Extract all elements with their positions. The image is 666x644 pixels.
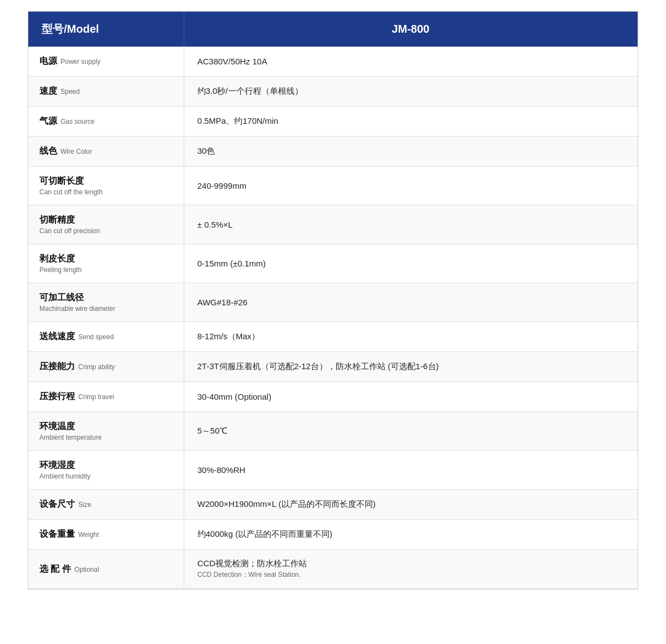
value-cell-wire-color: 30色 <box>184 137 638 167</box>
value-cell-power-supply: AC380V/50Hz 10A <box>184 47 638 77</box>
model-label-text: 型号/Model <box>42 23 99 35</box>
label-en-send-speed: Send speed <box>78 333 114 341</box>
value-cell-crimp-ability: 2T-3T伺服压着机（可选配2-12台），防水栓工作站 (可选配1-6台) <box>184 352 638 382</box>
label-cell-device-size: 设备尺寸Size <box>28 490 184 520</box>
label-en-peeling-length: Peeling length <box>39 266 173 274</box>
table-header: 型号/Model JM-800 <box>28 12 638 47</box>
value-cell-speed: 约3.0秒/一个行程（单根线） <box>184 77 638 107</box>
label-en-wire-diameter: Machinable wire diameter <box>39 305 173 313</box>
label-zh-cut-length: 可切断长度 <box>39 176 84 185</box>
value-cell-optional-parts: CCD视觉检测；防水栓工作站CCD Detection；Wire seal St… <box>184 550 638 589</box>
value-cell-wire-diameter: AWG#18-#26 <box>184 283 638 322</box>
label-en-device-size: Size <box>78 501 91 509</box>
value-cell-ambient-humidity: 30%-80%RH <box>184 451 638 490</box>
label-en-gas-source: Gas source <box>60 118 94 125</box>
table-row-ambient-humidity: 环境湿度Ambient humidity30%-80%RH <box>28 451 638 490</box>
label-zh-crimp-travel: 压接行程 <box>39 391 75 401</box>
label-zh-ambient-temp: 环境温度 <box>39 421 75 431</box>
value-cell-device-size: W2000×H1900mm×L (以产品的不同而长度不同) <box>184 490 638 520</box>
label-cell-wire-color: 线色Wire Color <box>28 137 184 167</box>
table-row-cut-precision: 切断精度Can cut off precision± 0.5%×L <box>28 205 638 244</box>
value-cell-ambient-temp: 5～50℃ <box>184 412 638 451</box>
label-cell-cut-length: 可切断长度Can cut off the length <box>28 167 184 205</box>
label-zh-optional-parts: 选 配 件 <box>39 564 71 573</box>
label-cell-gas-source: 气源Gas source <box>28 107 184 137</box>
label-zh-peeling-length: 剥皮长度 <box>39 254 75 263</box>
label-cell-wire-diameter: 可加工线径Machinable wire diameter <box>28 283 184 322</box>
value-cell-cut-precision: ± 0.5%×L <box>184 205 638 244</box>
value-cell-peeling-length: 0-15mm (±0.1mm) <box>184 244 638 283</box>
label-cell-device-weight: 设备重量Weight <box>28 520 184 550</box>
label-en-crimp-travel: Crimp travel <box>78 393 114 401</box>
label-en-speed: Speed <box>60 88 80 95</box>
table-row-send-speed: 送线速度Send speed8-12m/s（Max） <box>28 322 638 352</box>
label-cell-crimp-ability: 压接能力Crimp ability <box>28 352 184 382</box>
spec-table: 型号/Model JM-800 电源Power supplyAC380V/50H… <box>28 11 638 590</box>
label-zh-power-supply: 电源 <box>39 56 57 66</box>
model-value-text: JM-800 <box>392 23 430 35</box>
label-en-power-supply: Power supply <box>60 58 100 66</box>
label-en-ambient-temp: Ambient temperature <box>39 434 173 441</box>
table-row-crimp-ability: 压接能力Crimp ability2T-3T伺服压着机（可选配2-12台），防水… <box>28 352 638 382</box>
table-row-device-weight: 设备重量Weight约4000kg (以产品的不同而重量不同) <box>28 520 638 550</box>
label-zh-ambient-humidity: 环境湿度 <box>39 460 75 470</box>
table-row-wire-diameter: 可加工线径Machinable wire diameterAWG#18-#26 <box>28 283 638 322</box>
value-cell-gas-source: 0.5MPa、约170N/min <box>184 107 638 137</box>
value-cell-crimp-travel: 30-40mm (Optional) <box>184 382 638 412</box>
table-row-crimp-travel: 压接行程Crimp travel30-40mm (Optional) <box>28 382 638 412</box>
table-row-cut-length: 可切断长度Can cut off the length240-9999mm <box>28 167 638 205</box>
label-zh-wire-diameter: 可加工线径 <box>39 293 84 302</box>
label-en-optional-parts: Optional <box>74 566 99 573</box>
label-cell-peeling-length: 剥皮长度Peeling length <box>28 244 184 283</box>
label-cell-ambient-temp: 环境温度Ambient temperature <box>28 412 184 451</box>
label-en-crimp-ability: Crimp ability <box>78 363 115 371</box>
value-cell-device-weight: 约4000kg (以产品的不同而重量不同) <box>184 520 638 550</box>
table-row-device-size: 设备尺寸SizeW2000×H1900mm×L (以产品的不同而长度不同) <box>28 490 638 520</box>
table-row-gas-source: 气源Gas source0.5MPa、约170N/min <box>28 107 638 137</box>
value-cell-send-speed: 8-12m/s（Max） <box>184 322 638 352</box>
label-cell-crimp-travel: 压接行程Crimp travel <box>28 382 184 412</box>
table-row-optional-parts: 选 配 件OptionalCCD视觉检测；防水栓工作站CCD Detection… <box>28 550 638 589</box>
label-en-ambient-humidity: Ambient humidity <box>39 472 173 480</box>
label-en-cut-length: Can cut off the length <box>39 188 173 196</box>
label-zh-send-speed: 送线速度 <box>39 331 75 341</box>
table-row-power-supply: 电源Power supplyAC380V/50Hz 10A <box>28 47 638 77</box>
value-sub-optional-parts: CCD Detection；Wire seal Station. <box>198 570 625 580</box>
label-cell-cut-precision: 切断精度Can cut off precision <box>28 205 184 244</box>
label-cell-power-supply: 电源Power supply <box>28 47 184 77</box>
table-row-wire-color: 线色Wire Color30色 <box>28 137 638 167</box>
label-cell-optional-parts: 选 配 件Optional <box>28 550 184 589</box>
table-row-ambient-temp: 环境温度Ambient temperature5～50℃ <box>28 412 638 451</box>
label-zh-device-weight: 设备重量 <box>39 529 75 539</box>
label-en-cut-precision: Can cut off precision <box>39 227 173 235</box>
label-zh-speed: 速度 <box>39 86 57 95</box>
label-zh-device-size: 设备尺寸 <box>39 499 75 509</box>
model-value: JM-800 <box>184 12 638 47</box>
label-zh-crimp-ability: 压接能力 <box>39 361 75 371</box>
label-zh-gas-source: 气源 <box>39 116 57 125</box>
label-cell-speed: 速度Speed <box>28 77 184 107</box>
label-zh-wire-color: 线色 <box>39 146 57 155</box>
table-row-peeling-length: 剥皮长度Peeling length0-15mm (±0.1mm) <box>28 244 638 283</box>
label-en-device-weight: Weight <box>78 531 99 539</box>
label-en-wire-color: Wire Color <box>60 148 92 155</box>
label-cell-send-speed: 送线速度Send speed <box>28 322 184 352</box>
label-cell-ambient-humidity: 环境湿度Ambient humidity <box>28 451 184 490</box>
label-zh-cut-precision: 切断精度 <box>39 215 75 224</box>
table-row-speed: 速度Speed约3.0秒/一个行程（单根线） <box>28 77 638 107</box>
model-label: 型号/Model <box>28 12 184 47</box>
value-cell-cut-length: 240-9999mm <box>184 167 638 205</box>
